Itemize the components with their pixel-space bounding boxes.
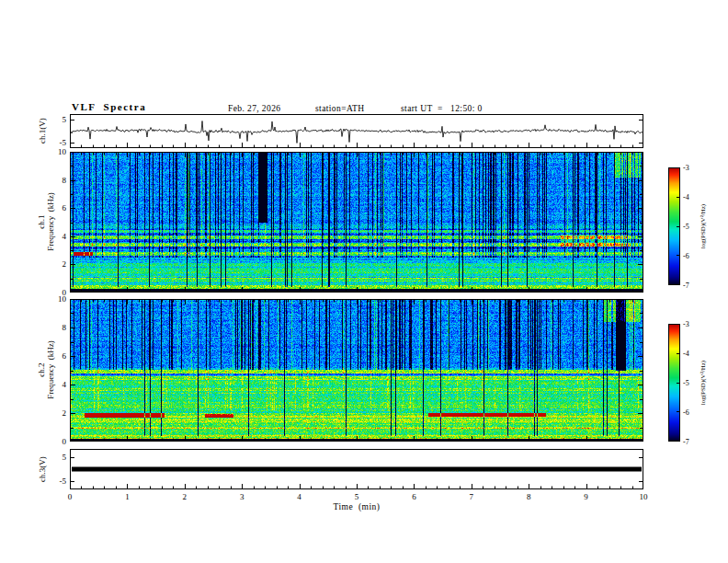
- y-tick-label: 8: [63, 323, 67, 332]
- y-tick-label: 0: [63, 437, 67, 446]
- colorbar-tick-label: -7: [683, 282, 689, 290]
- y-tick-label: 2: [63, 408, 67, 418]
- y-tick-label: 6: [63, 351, 67, 361]
- colorbar-tick-label: -3: [683, 320, 689, 328]
- colorbar-tick-label: -5: [683, 223, 689, 231]
- station-label: station=ATH: [315, 104, 365, 113]
- ch1-voltage-axis-label: ch.1(V): [38, 118, 47, 144]
- colorbar-tick-label: -7: [683, 438, 689, 446]
- colorbar2-label: log(PSD)(V²/Hz): [700, 361, 707, 405]
- x-tick-label: 8: [527, 492, 531, 501]
- ch2-spectrogram-canvas: [70, 299, 643, 442]
- start-ut-label: start UT = 12:50: 0: [401, 104, 483, 113]
- plot-date: Feb. 27, 2026: [228, 104, 280, 113]
- ch3-voltage-axis-label: ch.3(V): [38, 456, 47, 482]
- y-tick-label: 8: [63, 176, 67, 185]
- y-tick-label: 10: [58, 147, 66, 156]
- y-tick-label: -5: [60, 138, 67, 147]
- y-tick-label: 10: [58, 294, 66, 304]
- ch1-spectrogram-canvas: [70, 152, 643, 293]
- colorbar-tick-label: -6: [683, 252, 689, 260]
- ch1-waveform-canvas: [70, 114, 643, 148]
- colorbar-tick-label: -5: [683, 379, 689, 387]
- ch3-waveform-canvas: [70, 449, 643, 489]
- colorbar-tick-label: -6: [683, 408, 689, 417]
- colorbar-ch2: [668, 324, 680, 442]
- y-tick-label: 6: [63, 203, 67, 213]
- vlf-spectra-figure: VLF Spectra Feb. 27, 2026 station=ATH st…: [0, 0, 728, 563]
- ch2-frequency-axis-label: ch.2Frequency (kHz): [37, 340, 55, 398]
- time-axis-label: Time (min): [333, 502, 380, 511]
- y-tick-label: 5: [63, 453, 67, 462]
- y-tick-label: 2: [63, 259, 67, 269]
- x-tick-label: 7: [470, 492, 474, 501]
- colorbar-tick-label: -4: [683, 193, 689, 201]
- x-tick-label: 0: [68, 492, 73, 501]
- y-tick-label: -5: [60, 477, 67, 486]
- x-tick-label: 10: [640, 492, 648, 501]
- x-tick-label: 4: [297, 492, 301, 501]
- y-tick-label: 5: [63, 115, 67, 124]
- x-tick-label: 2: [183, 492, 188, 501]
- colorbar-tick-label: -4: [683, 350, 689, 358]
- y-tick-label: 4: [63, 232, 67, 241]
- colorbar1-label: log(PSD)(V²/Hz): [700, 204, 707, 248]
- ch1-axis-channel-text: ch.1: [37, 192, 46, 250]
- x-tick-label: 1: [125, 492, 130, 501]
- ch2-axis-channel-text: ch.2: [37, 340, 46, 398]
- x-tick-label: 3: [240, 492, 245, 501]
- x-tick-label: 5: [355, 492, 359, 501]
- ch1-frequency-axis-label: ch.1Frequency (kHz): [37, 192, 55, 250]
- colorbar-ch1: [668, 167, 680, 285]
- ch2-frequency-axis-text: Frequency (kHz): [46, 340, 55, 398]
- ch1-frequency-axis-text: Frequency (kHz): [46, 192, 55, 250]
- x-tick-label: 9: [584, 492, 588, 501]
- plot-title: VLF Spectra: [72, 101, 146, 112]
- colorbar-tick-label: -3: [683, 164, 689, 172]
- x-tick-label: 6: [412, 492, 416, 501]
- y-tick-label: 4: [63, 380, 67, 389]
